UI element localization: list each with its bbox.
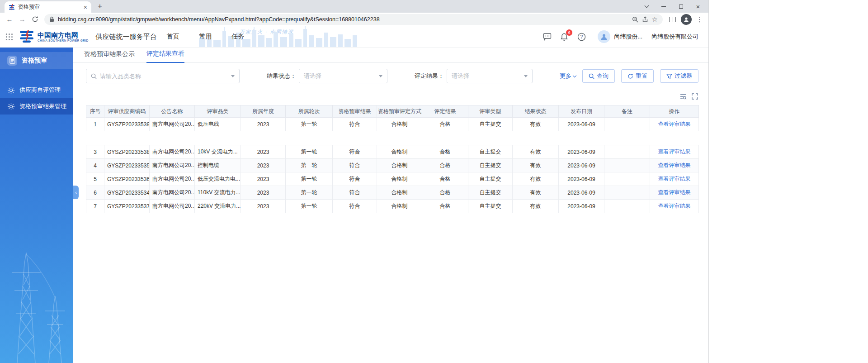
chevron-down-icon: [573, 73, 576, 77]
message-icon[interactable]: [542, 32, 552, 41]
result-status-select[interactable]: 请选择: [299, 69, 387, 83]
back-icon[interactable]: ←: [4, 14, 15, 25]
eval-result-select[interactable]: 请选择: [447, 69, 533, 83]
cell-method: 合格制: [377, 145, 422, 159]
reset-button[interactable]: 重置: [621, 69, 654, 83]
fullscreen-icon[interactable]: [691, 93, 698, 100]
tab-prequal-result-public[interactable]: 资格预审结果公示: [84, 50, 135, 62]
cell-publish-date: 2023-06-09: [559, 118, 604, 131]
sidebar-item-prequalification[interactable]: 资格预审: [0, 52, 73, 69]
cell-notice-name: 南方电网公司20...: [150, 118, 195, 131]
tab-search-icon[interactable]: [638, 0, 655, 13]
cell-action: 查看评审结果: [650, 118, 699, 131]
sidebar-item-label: 供应商自评管理: [19, 86, 61, 94]
cell-review-type: 自主提交: [468, 200, 513, 213]
sidebar-item-prequal-result-mgmt[interactable]: 资格预审结果管理: [0, 98, 73, 115]
notification-bell-icon[interactable]: 6: [560, 32, 569, 41]
tab-close-icon[interactable]: ×: [84, 4, 87, 10]
share-icon[interactable]: [642, 16, 648, 23]
table-settings-icon[interactable]: [679, 93, 687, 100]
tab-eval-result-view[interactable]: 评定结果查看: [146, 50, 184, 63]
address-bar[interactable]: bidding.csg.cn:9090/gmp/static/gmpweb/wo…: [44, 14, 663, 25]
view-review-result-link[interactable]: 查看评审结果: [658, 162, 691, 168]
chevron-down-icon: [231, 75, 235, 77]
cell-category: 220kV 交流电力...: [195, 200, 241, 213]
category-search-input[interactable]: [100, 73, 228, 80]
user-name[interactable]: 尚纬股份...: [614, 33, 642, 41]
close-button[interactable]: ×: [689, 0, 707, 13]
table-header-row: 序号评审供应商编码公告名称评审品类所属年度所属轮次资格预审结果资格预审评定方式评…: [86, 105, 699, 118]
cell-supplier-code: GYSZP20233538: [104, 145, 150, 159]
browser-menu-icon[interactable]: ⋮: [696, 15, 703, 24]
top-nav: 首页 常用 任务: [167, 33, 245, 41]
cell-status: 有效: [513, 172, 559, 186]
cell-round: 第一轮: [286, 200, 333, 213]
csg-emblem-icon: [19, 30, 34, 43]
filter-button[interactable]: 过滤器: [660, 69, 698, 83]
col-header-10: 结果状态: [513, 105, 559, 118]
cell-no: 1: [86, 118, 104, 131]
company-name[interactable]: 尚纬股份有限公司: [651, 33, 698, 41]
cell-status: 有效: [513, 186, 559, 200]
help-icon[interactable]: ?: [577, 32, 586, 41]
transmission-tower-art: [0, 227, 73, 363]
view-review-result-link[interactable]: 查看评审结果: [658, 189, 691, 196]
more-link[interactable]: 更多: [560, 72, 576, 80]
cell-category: 低压交流电力电...: [195, 172, 241, 186]
cell-publish-date: 2023-06-09: [559, 159, 604, 172]
view-review-result-link[interactable]: 查看评审结果: [658, 121, 691, 127]
app-grid-icon[interactable]: [5, 33, 13, 41]
view-review-result-link[interactable]: 查看评审结果: [658, 203, 691, 209]
filter-row: 结果状态： 请选择 评定结果： 请选择 更多: [86, 69, 698, 83]
eval-result-group: 评定结果： 请选择: [415, 69, 533, 83]
minimize-button[interactable]: [655, 0, 672, 13]
cell-remark: [604, 200, 650, 213]
col-header-1: 评审供应商编码: [104, 105, 150, 118]
nav-item-tasks[interactable]: 任务: [232, 33, 245, 41]
nav-item-home[interactable]: 首页: [167, 33, 179, 41]
cell-no: 6: [86, 186, 104, 200]
side-panel-icon[interactable]: [666, 14, 678, 25]
zoom-icon[interactable]: [632, 16, 638, 23]
cell-prequal-result: 符合: [333, 200, 377, 213]
filter-actions: 更多 查询 重置: [560, 69, 698, 83]
cell-status: 有效: [513, 145, 559, 159]
funnel-icon: [666, 73, 672, 79]
cell-prequal-result: 符合: [333, 186, 377, 200]
url-text[interactable]: bidding.csg.cn:9090/gmp/static/gmpweb/wo…: [58, 16, 628, 23]
col-header-6: 资格预审结果: [333, 105, 377, 118]
sidebar-item-label: 资格预审结果管理: [19, 102, 66, 110]
view-review-result-link[interactable]: 查看评审结果: [658, 148, 691, 155]
results-table-body: 1GYSZP20233539南方电网公司20...低压电线2023第一轮符合合格…: [86, 118, 699, 213]
cell-round: 第一轮: [286, 172, 333, 186]
col-header-0: 序号: [86, 105, 104, 118]
user-avatar[interactable]: [598, 30, 610, 43]
result-status-group: 结果状态： 请选择: [267, 69, 387, 83]
browser-toolbar: ← → bidding.csg.cn:9090/gmp/static/gmpwe…: [0, 13, 708, 26]
query-button[interactable]: 查询: [582, 69, 615, 83]
maximize-button[interactable]: [672, 0, 689, 13]
browser-profile-avatar[interactable]: [681, 14, 692, 25]
sidebar-collapse-handle[interactable]: ‹: [73, 186, 79, 199]
new-tab-button[interactable]: +: [94, 0, 106, 12]
document-icon: [7, 56, 17, 66]
nav-item-common[interactable]: 常用: [199, 33, 212, 41]
cell-prequal-result: 符合: [333, 145, 377, 159]
cell-method: 合格制: [377, 172, 422, 186]
bookmark-star-icon[interactable]: ☆: [652, 15, 658, 24]
cell-supplier-code: GYSZP20233534: [104, 186, 150, 200]
refresh-icon[interactable]: [29, 14, 41, 25]
cell-year: 2023: [241, 200, 286, 213]
chevron-down-icon: [379, 75, 382, 77]
table-ghost-row: [86, 131, 699, 145]
category-search-combobox[interactable]: [86, 69, 240, 83]
cell-year: 2023: [241, 159, 286, 172]
cell-action: 查看评审结果: [650, 186, 699, 200]
sidebar-item-supplier-self-eval[interactable]: 供应商自评管理: [0, 82, 73, 98]
cell-supplier-code: GYSZP20233537: [104, 200, 150, 213]
view-review-result-link[interactable]: 查看评审结果: [658, 176, 691, 182]
result-gear-icon: [7, 103, 15, 110]
forward-icon[interactable]: →: [16, 14, 28, 25]
browser-tab[interactable]: 资格预审 ×: [5, 1, 91, 13]
cell-method: 合格制: [377, 186, 422, 200]
